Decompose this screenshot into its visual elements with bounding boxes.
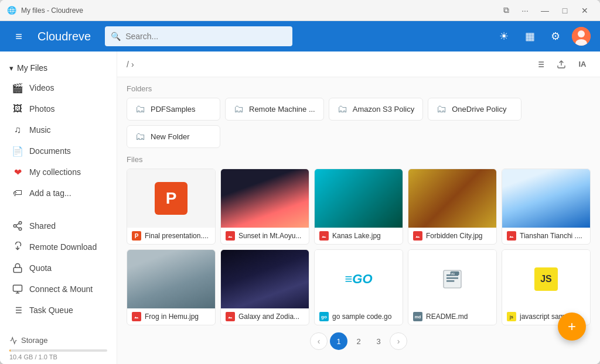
file-info-readme: md README.md xyxy=(408,308,496,325)
folder-icon-4: 🗂 xyxy=(437,103,447,115)
options-button[interactable]: ··· xyxy=(517,5,533,16)
titlebar-left: 🌐 My files - Cloudreve xyxy=(7,6,83,15)
sidebar-connect-mount-label: Connect & Mount xyxy=(29,284,93,294)
img-type-icon-3 xyxy=(413,231,422,241)
sidebar-shared-label: Shared xyxy=(29,221,56,231)
cloud-download-icon xyxy=(12,241,23,253)
file-thumb-ppt: P xyxy=(127,169,215,228)
sort-button[interactable]: IA xyxy=(574,56,591,73)
file-card-kanas[interactable]: Kanas Lake.jpg xyxy=(314,169,403,245)
sidebar-photos-label: Photos xyxy=(29,104,55,114)
sidebar-item-videos[interactable]: 🎬 Videos xyxy=(2,77,114,98)
fab-button[interactable]: + xyxy=(558,313,586,341)
svg-rect-9 xyxy=(13,267,22,272)
sidebar-my-files-parent[interactable]: ▾ My Files xyxy=(0,59,117,77)
sidebar-item-tag[interactable]: 🏷 Add a tag... xyxy=(2,183,114,204)
file-card-frog[interactable]: Frog in Hemu.jpg xyxy=(127,249,216,325)
file-card-readme[interactable]: MD md README.md xyxy=(408,249,497,325)
content-area: / › IA Folders xyxy=(117,51,600,364)
md-type-icon: md xyxy=(413,312,422,321)
storage-section: Storage 10.4 GB / 1.0 TB xyxy=(0,330,117,364)
file-info-go: go go sample code.go xyxy=(315,308,403,325)
storage-fill xyxy=(9,349,11,352)
music-icon: ♫ xyxy=(12,124,23,136)
folder-icon-5: 🗂 xyxy=(135,131,146,143)
file-card-sunset[interactable]: Sunset in Mt.Aoyu... xyxy=(220,169,309,245)
svg-text:MD: MD xyxy=(451,272,455,276)
sidebar-item-remote-download[interactable]: Remote Download xyxy=(2,236,114,257)
minimize-button[interactable]: — xyxy=(537,5,553,16)
avatar[interactable] xyxy=(572,27,591,46)
quota-icon xyxy=(12,262,23,274)
layout-button[interactable]: ▦ xyxy=(520,27,539,46)
file-card-forbidden[interactable]: Forbidden City.jpg xyxy=(408,169,497,245)
app-logo: Cloudreve xyxy=(38,30,91,43)
file-name-readme: README.md xyxy=(426,313,468,321)
file-name-frog: Frog in Hemu.jpg xyxy=(145,313,199,321)
menu-icon[interactable]: ≡ xyxy=(9,27,28,46)
sidebar-item-connect-mount[interactable]: Connect & Mount xyxy=(2,279,114,300)
svg-rect-31 xyxy=(227,314,233,320)
svg-rect-26 xyxy=(227,233,233,239)
file-info-ppt: P Final presentation.... xyxy=(127,228,215,244)
file-card-galaxy[interactable]: Galaxy and Zodia... xyxy=(220,249,309,325)
file-thumb-kanas xyxy=(315,169,403,228)
storage-bar xyxy=(9,349,107,352)
file-name-galaxy: Galaxy and Zodia... xyxy=(238,313,299,321)
page-1-button[interactable]: 1 xyxy=(330,332,347,350)
sidebar-task-queue-label: Task Queue xyxy=(29,305,73,315)
content-tools: IA xyxy=(532,56,591,73)
breadcrumb-forward[interactable]: › xyxy=(131,60,134,69)
file-card-ppt[interactable]: P P Final presentation.... xyxy=(127,169,216,245)
sidebar-item-quota[interactable]: Quota xyxy=(2,257,114,279)
folder-onedrive[interactable]: 🗂 OneDrive Policy xyxy=(428,98,521,121)
settings-button[interactable]: ⚙ xyxy=(546,27,565,46)
file-name-sunset: Sunset in Mt.Aoyu... xyxy=(238,232,301,240)
page-2-button[interactable]: 2 xyxy=(350,332,367,350)
sidebar-documents-label: Documents xyxy=(29,146,71,156)
folder-remote[interactable]: 🗂 Remote Machine ... xyxy=(225,98,324,121)
search-input[interactable] xyxy=(125,32,287,41)
monitor-icon xyxy=(12,283,23,295)
page-next-button[interactable]: › xyxy=(390,332,407,350)
window-title: My files - Cloudreve xyxy=(21,6,83,15)
sidebar-item-collections[interactable]: ❤ My collections xyxy=(2,162,114,183)
close-button[interactable]: ✕ xyxy=(577,5,593,16)
list-view-button[interactable] xyxy=(532,56,548,73)
svg-rect-30 xyxy=(134,314,139,320)
svg-rect-29 xyxy=(509,233,514,239)
sidebar-remote-download-label: Remote Download xyxy=(29,242,97,252)
folder-new[interactable]: 🗂 New Folder xyxy=(127,125,220,148)
heart-icon: ❤ xyxy=(12,166,23,178)
folder-s3-name: Amazon S3 Policy xyxy=(353,105,415,114)
sidebar-item-music[interactable]: ♫ Music xyxy=(2,119,114,140)
file-name-go: go sample code.go xyxy=(332,313,391,321)
svg-point-5 xyxy=(19,228,22,231)
go-type-icon: go xyxy=(319,312,329,321)
sidebar-item-task-queue[interactable]: Task Queue xyxy=(2,300,114,321)
sidebar-item-photos[interactable]: 🖼 Photos xyxy=(2,98,114,119)
sidebar-my-files: ▾ My Files 🎬 Videos 🖼 Photos ♫ Music 📄 xyxy=(0,56,117,206)
folder-s3[interactable]: 🗂 Amazon S3 Policy xyxy=(329,98,424,121)
page-prev-button[interactable]: ‹ xyxy=(310,332,328,350)
js-type-icon: js xyxy=(507,312,516,321)
file-card-go[interactable]: ≡GO go go sample code.go xyxy=(314,249,403,325)
breadcrumb-separator: / xyxy=(127,60,129,69)
main-layout: ▾ My Files 🎬 Videos 🖼 Photos ♫ Music 📄 xyxy=(0,51,600,364)
folder-pdfs[interactable]: 🗂 PDFSamples xyxy=(127,98,220,121)
brightness-button[interactable]: ☀ xyxy=(495,27,513,46)
pip-button[interactable]: ⧉ xyxy=(498,5,514,16)
sidebar-item-documents[interactable]: 📄 Documents xyxy=(2,140,114,162)
file-card-tianshan[interactable]: Tianshan Tianchi .... xyxy=(502,169,591,245)
readme-svg: MD xyxy=(441,267,464,291)
file-thumb-frog xyxy=(127,250,215,308)
file-name-forbidden: Forbidden City.jpg xyxy=(426,232,483,240)
upload-button[interactable] xyxy=(553,56,570,73)
page-3-button[interactable]: 3 xyxy=(370,332,387,350)
maximize-button[interactable]: □ xyxy=(557,5,573,16)
svg-point-3 xyxy=(19,222,22,225)
sidebar-collections-label: My collections xyxy=(29,167,81,177)
sidebar-item-shared[interactable]: Shared xyxy=(2,215,114,236)
content-body: Folders 🗂 PDFSamples 🗂 Remote Machine ..… xyxy=(117,77,600,364)
sidebar: ▾ My Files 🎬 Videos 🖼 Photos ♫ Music 📄 xyxy=(0,51,117,364)
